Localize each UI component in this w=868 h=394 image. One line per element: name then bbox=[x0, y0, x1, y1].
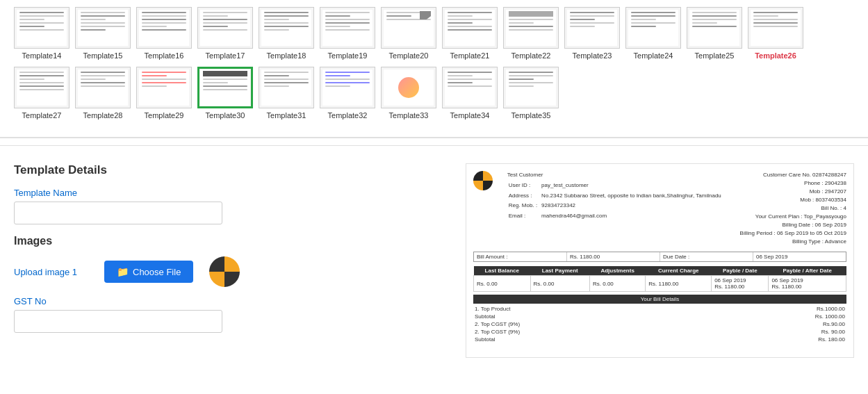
col-last-balance: Last Balance bbox=[474, 266, 531, 276]
payment-table-data-row: Rs. 0.00 Rs. 0.00 Rs. 0.00 Rs. 1180.00 0… bbox=[474, 276, 846, 292]
template-item-32[interactable]: Template32 bbox=[320, 67, 375, 120]
template-item-19[interactable]: Template19 bbox=[320, 7, 375, 60]
user-id-label: User ID : bbox=[509, 181, 540, 190]
template-item-33[interactable]: Template33 bbox=[381, 67, 436, 120]
form-section: Template Details Template Name Images Up… bbox=[14, 163, 445, 358]
address-value: No.2342 Subbarao Street, opposite to Ind… bbox=[541, 192, 724, 201]
template-name-label: Template Name bbox=[14, 188, 445, 198]
template-item-14[interactable]: Template14 bbox=[14, 7, 69, 60]
val-last-balance: Rs. 0.00 bbox=[474, 276, 531, 292]
template-item-22[interactable]: Template22 bbox=[503, 7, 559, 60]
customer-name: Test Customer bbox=[507, 171, 726, 180]
bill-item-cgst1: 2. Top CGST (9%) Rs.90.00 bbox=[473, 320, 846, 328]
template-item-28[interactable]: Template28 bbox=[75, 67, 131, 120]
template-item-24[interactable]: Template24 bbox=[625, 7, 681, 60]
bill-preview: Test Customer User ID :pay_test_customer… bbox=[466, 163, 854, 358]
bill-item-1: 1. Top Product Rs.1000.00 bbox=[473, 305, 846, 313]
logo-image bbox=[209, 256, 240, 287]
choose-file-button[interactable]: 📁 Choose File bbox=[104, 261, 193, 283]
template-name-group: Template Name bbox=[14, 188, 445, 224]
template-item-30[interactable]: Template30 bbox=[197, 67, 253, 120]
folder-icon: 📁 bbox=[117, 266, 129, 277]
images-section-title: Images bbox=[14, 235, 445, 247]
bill-cgst1-label: 2. Top CGST (9%) bbox=[475, 321, 520, 327]
bill-cgst1-value: Rs.90.00 bbox=[823, 321, 845, 327]
section-divider bbox=[0, 145, 868, 146]
val-current-charge: Rs. 1180.00 bbox=[646, 276, 712, 292]
template-row-2: Template27 Template28 Template29 Templat… bbox=[14, 67, 854, 120]
bill-customer-info: Test Customer User ID :pay_test_customer… bbox=[507, 171, 726, 222]
template-item-25[interactable]: Template25 bbox=[687, 7, 742, 60]
bill-subtotal1-label: Subtotal bbox=[475, 313, 495, 320]
bill-amount-value: Rs. 1180.00 bbox=[567, 252, 660, 261]
address-label: Address : bbox=[509, 192, 540, 201]
bill-subtotal2-label: Subtotal bbox=[475, 336, 495, 343]
template-item-23[interactable]: Template23 bbox=[564, 7, 620, 60]
bill-details-header: Your Bill Details bbox=[473, 295, 846, 304]
bill-cgst2-label: 2. Top CGST (9%) bbox=[475, 329, 520, 335]
user-id-value: pay_test_customer bbox=[541, 181, 724, 190]
email-value: mahendra464@gmail.com bbox=[541, 212, 724, 221]
template-row-1: Template14 Template15 Template16 Templat… bbox=[14, 7, 854, 60]
template-item-31[interactable]: Template31 bbox=[259, 67, 314, 120]
bill-subtotal1-value: Rs. 1000.00 bbox=[815, 313, 845, 320]
bill-logo bbox=[473, 171, 493, 190]
col-last-payment: Last Payment bbox=[530, 266, 589, 276]
bill-item-cgst2: 2. Top CGST (9%) Rs. 90.00 bbox=[473, 328, 846, 336]
mob2: Mob : 8037403534 bbox=[740, 196, 846, 204]
bill-amount-label: Bill Amount : bbox=[474, 252, 567, 261]
val-payble-after-date: 06 Sep 2019Rs. 1180.00 bbox=[769, 276, 846, 292]
val-payble-date: 06 Sep 2019Rs. 1180.00 bbox=[712, 276, 769, 292]
val-adjustments: Rs. 0.00 bbox=[589, 276, 645, 292]
col-payble-date: Payble / Date bbox=[712, 266, 769, 276]
due-date-value: 06 Sep 2019 bbox=[753, 252, 846, 261]
bill-item-1-label: 1. Top Product bbox=[475, 306, 510, 312]
template-item-21[interactable]: Template21 bbox=[442, 7, 498, 60]
template-item-18[interactable]: Template18 bbox=[259, 7, 314, 60]
col-current-charge: Current Charge bbox=[646, 266, 712, 276]
bill-header: Test Customer User ID :pay_test_customer… bbox=[473, 171, 846, 246]
bill-amount-box: Bill Amount : Rs. 1180.00 Due Date : 06 … bbox=[473, 252, 846, 262]
bill-item-subtotal2: Subtotal Rs. 180.00 bbox=[473, 336, 846, 343]
template-item-35[interactable]: Template35 bbox=[503, 67, 559, 120]
template-item-34[interactable]: Template34 bbox=[442, 67, 498, 120]
template-item-20[interactable]: Template20 bbox=[381, 7, 436, 60]
bill-subtotal2-value: Rs. 180.00 bbox=[818, 336, 845, 343]
billing-date: Billing Date : 06 Sep 2019 bbox=[740, 221, 846, 229]
section-heading: Template Details bbox=[14, 163, 445, 177]
bill-amount-row: Bill Amount : Rs. 1180.00 Due Date : 06 … bbox=[474, 252, 846, 261]
payment-table: Last Balance Last Payment Adjustments Cu… bbox=[473, 266, 846, 292]
template-item-29[interactable]: Template29 bbox=[136, 67, 192, 120]
mob1: Mob : 2947207 bbox=[740, 188, 846, 196]
bill-item-subtotal1: Subtotal Rs. 1000.00 bbox=[473, 313, 846, 320]
template-item-15[interactable]: Template15 bbox=[75, 7, 131, 60]
gallery-section: Template14 Template15 Template16 Templat… bbox=[0, 0, 868, 138]
upload-image1-row: Upload image 1 📁 Choose File bbox=[14, 254, 445, 289]
col-payble-after-date: Payble / After Date bbox=[769, 266, 846, 276]
template-item-26[interactable]: Template26 bbox=[748, 7, 803, 60]
val-last-payment: Rs. 0.00 bbox=[530, 276, 589, 292]
template-item-16[interactable]: Template16 bbox=[136, 7, 192, 60]
bill-item-1-value: Rs.1000.00 bbox=[817, 306, 845, 312]
reg-mob-value: 92834723342 bbox=[541, 202, 724, 211]
billing-type: Billing Type : Advance bbox=[740, 238, 846, 246]
reg-mob-label: Reg. Mob. : bbox=[509, 202, 540, 211]
gst-input[interactable] bbox=[14, 310, 222, 333]
due-date-label: Due Date : bbox=[660, 252, 753, 261]
col-adjustments: Adjustments bbox=[589, 266, 645, 276]
phone: Phone : 2904238 bbox=[740, 179, 846, 188]
bill-info-right: Customer Care No. 02874288247 Phone : 29… bbox=[740, 171, 846, 246]
bill-cgst2-value: Rs. 90.00 bbox=[821, 329, 845, 335]
email-label: Email : bbox=[509, 212, 540, 221]
bottom-section: Template Details Template Name Images Up… bbox=[0, 153, 868, 368]
gst-group: GST No bbox=[14, 296, 445, 333]
bill-no: Bill No. : 4 bbox=[740, 204, 846, 213]
gst-label: GST No bbox=[14, 296, 445, 306]
template-name-input[interactable] bbox=[14, 202, 222, 224]
bill-logo-area bbox=[473, 171, 493, 190]
template-item-27[interactable]: Template27 bbox=[14, 67, 69, 120]
upload-image1-label: Upload image 1 bbox=[14, 267, 90, 277]
customer-care: Customer Care No. 02874288247 bbox=[740, 171, 846, 179]
billing-period: Billing Period : 06 Sep 2019 to 05 Oct 2… bbox=[740, 229, 846, 238]
template-item-17[interactable]: Template17 bbox=[197, 7, 253, 60]
